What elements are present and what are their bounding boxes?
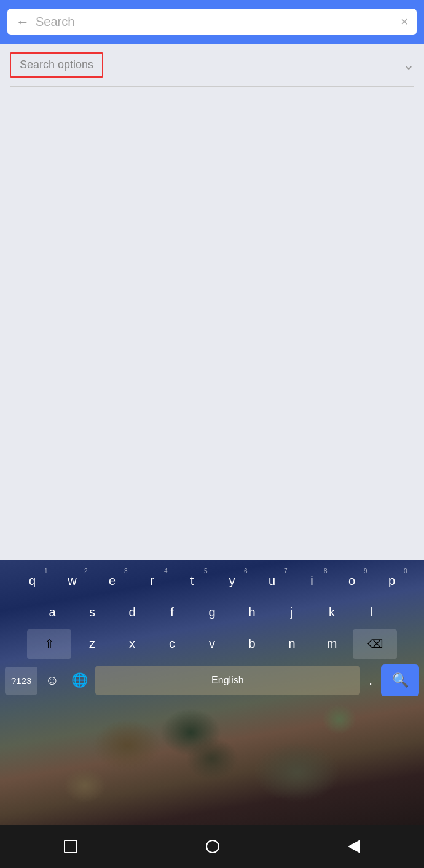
- keyboard: q1 w2 e3 r4 t5 y6 u7 i8 o9 p0 a s d f g …: [0, 560, 424, 825]
- key-y[interactable]: y6: [213, 567, 251, 595]
- key-j[interactable]: j: [273, 598, 311, 627]
- nav-bar: [0, 825, 424, 868]
- key-q[interactable]: q1: [14, 567, 52, 595]
- key-b[interactable]: b: [233, 629, 271, 659]
- search-bar-inner: ← ×: [7, 9, 417, 35]
- nav-circle-icon: [206, 840, 219, 853]
- key-x[interactable]: x: [113, 629, 151, 659]
- key-row-2: a s d f g h j k l: [2, 598, 422, 627]
- key-l[interactable]: l: [353, 598, 391, 627]
- search-input[interactable]: [36, 15, 395, 29]
- nav-back-icon: [348, 840, 360, 853]
- key-z[interactable]: z: [73, 629, 111, 659]
- main-content: [0, 87, 424, 560]
- key-f[interactable]: f: [153, 598, 191, 627]
- period-key[interactable]: .: [363, 664, 379, 697]
- backspace-key[interactable]: ⌫: [353, 629, 397, 659]
- key-c[interactable]: c: [153, 629, 191, 659]
- key-o[interactable]: o9: [333, 567, 371, 595]
- key-r[interactable]: r4: [133, 567, 171, 595]
- key-u[interactable]: u7: [253, 567, 291, 595]
- key-w[interactable]: w2: [53, 567, 92, 595]
- clear-icon[interactable]: ×: [401, 15, 408, 29]
- search-options-row: Search options ⌄: [0, 44, 424, 86]
- key-v[interactable]: v: [193, 629, 231, 659]
- key-n[interactable]: n: [273, 629, 311, 659]
- key-row-1: q1 w2 e3 r4 t5 y6 u7 i8 o9 p0: [2, 567, 422, 595]
- nav-back-button[interactable]: [336, 834, 372, 859]
- key-g[interactable]: g: [193, 598, 231, 627]
- spacebar[interactable]: English: [95, 666, 360, 695]
- bottom-row: ?123 ☺ 🌐 English . 🔍: [2, 661, 422, 702]
- search-key-icon: 🔍: [392, 672, 409, 688]
- search-bar: ← ×: [0, 0, 424, 44]
- key-m[interactable]: m: [313, 629, 351, 659]
- key-k[interactable]: k: [313, 598, 351, 627]
- shift-key[interactable]: ⇧: [27, 629, 71, 659]
- key-a[interactable]: a: [33, 598, 71, 627]
- key-d[interactable]: d: [113, 598, 151, 627]
- key-t[interactable]: t5: [173, 567, 211, 595]
- key-e[interactable]: e3: [93, 567, 132, 595]
- num-key[interactable]: ?123: [5, 667, 37, 695]
- globe-key[interactable]: 🌐: [66, 665, 93, 696]
- keyboard-keys: q1 w2 e3 r4 t5 y6 u7 i8 o9 p0 a s d f g …: [0, 560, 424, 702]
- key-row-3: ⇧ z x c v b n m ⌫: [2, 629, 422, 659]
- nav-home-button[interactable]: [194, 834, 232, 859]
- chevron-down-icon[interactable]: ⌄: [403, 57, 414, 73]
- emoji-key[interactable]: ☺: [40, 665, 63, 696]
- key-p[interactable]: p0: [373, 567, 411, 595]
- key-i[interactable]: i8: [293, 567, 331, 595]
- nav-recents-button[interactable]: [52, 834, 90, 859]
- search-key[interactable]: 🔍: [381, 664, 419, 696]
- search-options-button[interactable]: Search options: [10, 52, 103, 78]
- back-arrow-icon[interactable]: ←: [16, 15, 29, 29]
- key-s[interactable]: s: [73, 598, 111, 627]
- key-h[interactable]: h: [233, 598, 271, 627]
- nav-square-icon: [64, 840, 77, 853]
